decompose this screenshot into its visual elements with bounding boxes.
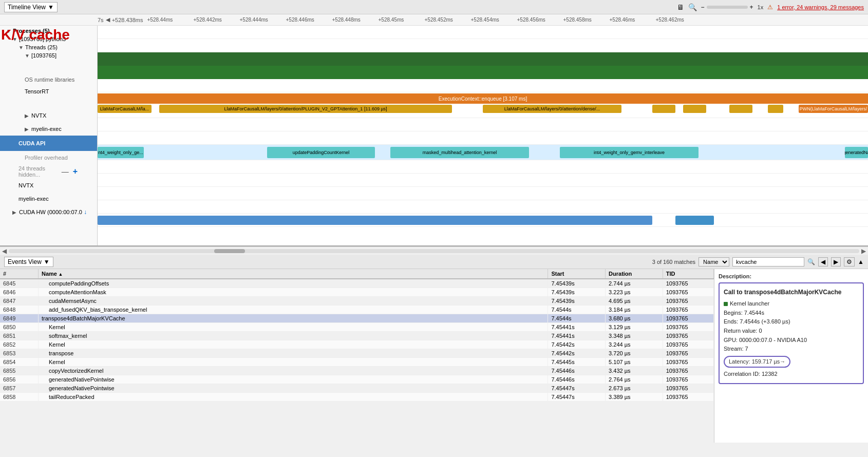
- table-row[interactable]: 6858 tailReducePacked 7.45447s 3.389 µs …: [0, 393, 714, 402]
- execution-context-bar[interactable]: ExecutionContext::enqueue [3.107 ms]: [98, 93, 868, 104]
- main-area: K/V cache ▼ Processes (5) ▼ [1093765] py…: [0, 26, 868, 443]
- tree-item-tensorrt[interactable]: TensorRT: [0, 86, 97, 109]
- tree-item-processes[interactable]: ▼ Processes (5): [0, 27, 97, 35]
- table-row[interactable]: 6851 softmax_kernel 7.45441s 3.348 µs 10…: [0, 332, 714, 340]
- tree-item-profiler-overhead[interactable]: Profiler overhead: [0, 151, 97, 164]
- filter-dropdown[interactable]: Name: [699, 257, 729, 266]
- tree-item-thread[interactable]: ▼ [1093765]: [0, 51, 97, 60]
- col-header-tid[interactable]: TID: [663, 269, 713, 279]
- cell-tid: 1093765: [663, 367, 713, 375]
- table-row[interactable]: 6845 computePaddingOffsets 7.45439s 2.74…: [0, 279, 714, 288]
- cuda-hw-bar[interactable]: [98, 216, 652, 225]
- zoom-out-icon[interactable]: −: [701, 4, 705, 11]
- llama-bar2[interactable]: LlaMaForCausalLM/layers/0/attention/PLUG…: [159, 105, 452, 113]
- table-row[interactable]: 6857 generatedNativePointwise 7.45447s 2…: [0, 384, 714, 393]
- cell-start: 7.4544s: [548, 314, 606, 323]
- desc-kernel-launcher: Kernel launcher: [724, 299, 859, 309]
- prev-match-button[interactable]: ◀: [818, 257, 828, 266]
- scroll-left-arrow[interactable]: ◀: [2, 247, 7, 255]
- desc-call-title: Call to transpose4dBatchMajorKVCache: [724, 288, 859, 297]
- next-match-button[interactable]: ▶: [831, 257, 841, 266]
- table-row[interactable]: 6846 computeAttentionMask 7.45439s 3.223…: [0, 288, 714, 297]
- settings-button[interactable]: ⚙: [844, 257, 855, 266]
- search-input[interactable]: [732, 257, 804, 266]
- events-view-selector[interactable]: Events View ▼: [4, 257, 53, 267]
- cell-duration: 3.184 µs: [606, 306, 663, 314]
- llama-bar3[interactable]: LlaMaForCausalLM/layers/0/attention/dens…: [483, 105, 621, 113]
- zoom-bar[interactable]: [707, 6, 748, 9]
- table-row[interactable]: 6853 transpose 7.45442s 3.720 µs 1093765: [0, 349, 714, 358]
- events-table: # Name Start Duration TID 6845 computePa…: [0, 269, 714, 443]
- scroll-thumb[interactable]: [214, 249, 245, 253]
- llama-bar1[interactable]: LlaMaForCausalLM/la...: [98, 105, 152, 113]
- cell-start: 7.45439s: [548, 279, 606, 288]
- col-header-duration[interactable]: Duration: [606, 269, 663, 279]
- cell-duration: 3.129 µs: [606, 323, 663, 332]
- tree-item-threads[interactable]: ▼ Threads (25): [0, 43, 97, 51]
- cell-start: 7.45441s: [548, 323, 606, 332]
- cell-duration: 3.348 µs: [606, 332, 663, 340]
- hide-threads-button[interactable]: —: [61, 167, 70, 176]
- cuda-bar4[interactable]: int4_weight_only_gemv_interleave: [560, 147, 699, 158]
- col-header-name[interactable]: Name: [38, 269, 548, 279]
- desc-kernel-launcher-label: Kernel launcher: [730, 299, 769, 309]
- toolbar-right: 🖥 🔍 − + 1x ⚠ 1 error, 24 warnings, 29 me…: [677, 3, 864, 11]
- llama-bar-small1[interactable]: [652, 105, 675, 113]
- processes-label: Processes (5): [13, 28, 50, 34]
- table-row[interactable]: 6849 transpose4dBatchMajorKVCache 7.4544…: [0, 314, 714, 323]
- error-message[interactable]: 1 error, 24 warnings, 29 messages: [777, 4, 864, 10]
- expand-icon: ▼: [18, 45, 24, 50]
- llama-bar-small4[interactable]: [768, 105, 783, 113]
- tree-item-nvtx[interactable]: ▶ NVTX: [0, 109, 97, 122]
- execution-context-label: ExecutionContext::enqueue [3.107 ms]: [439, 96, 527, 102]
- scroll-right-arrow[interactable]: ▶: [861, 247, 866, 255]
- cuda-hw-bar2[interactable]: [675, 216, 714, 225]
- ruler-tick: +528.444ms: [239, 17, 286, 23]
- cuda-bar5[interactable]: generatedNa: [845, 147, 868, 158]
- tree-item-os-runtime[interactable]: OS runtime libraries: [0, 73, 97, 86]
- tree-item-cuda-hw[interactable]: ▶ CUDA HW (0000:00:07.0 ↓: [0, 205, 97, 219]
- timeline-view-selector[interactable]: Timeline View ▼: [4, 2, 58, 12]
- desc-begins: Begins: 7.4544s: [724, 309, 859, 318]
- os-runtime-label: OS runtime libraries: [25, 77, 74, 83]
- llama-bar-small3[interactable]: [729, 105, 752, 113]
- cell-duration: 2.744 µs: [606, 279, 663, 288]
- search-icon[interactable]: 🔍: [688, 3, 697, 11]
- timeline-scrollbar[interactable]: ◀ ▶: [0, 246, 868, 255]
- cell-num: 6847: [0, 297, 38, 306]
- table-row[interactable]: 6847 cudaMemsetAsync 7.45439s 4.695 µs 1…: [0, 297, 714, 306]
- description-panel: Description: Call to transpose4dBatchMaj…: [714, 269, 868, 443]
- table-row[interactable]: 6854 Kernel 7.45445s 5.107 µs 1093765: [0, 358, 714, 367]
- zoom-in-icon[interactable]: +: [750, 4, 753, 11]
- cuda-bar1[interactable]: nt4_weight_only_ge...: [98, 147, 144, 158]
- llama-bar-small2[interactable]: [683, 105, 706, 113]
- tree-item-myelin-exec2[interactable]: myelin-exec: [0, 192, 97, 205]
- zoom-controls: − +: [701, 4, 753, 11]
- nvtx-label2: NVTX: [18, 182, 33, 188]
- latency-badge[interactable]: Latency: 159.717 µs→: [724, 356, 790, 368]
- tree-item-myelin-exec[interactable]: ▶ myelin-exec: [0, 122, 97, 136]
- show-threads-button[interactable]: +: [72, 167, 79, 176]
- toolbar-left: Timeline View ▼: [4, 2, 58, 12]
- table-row[interactable]: 6856 generatedNativePointwise 7.45446s 2…: [0, 375, 714, 384]
- pwn-bar[interactable]: PWN(LlaMaForCausalLM/layers/: [799, 105, 868, 113]
- table-row[interactable]: 6855 copyVectorizedKernel 7.45446s 3.432…: [0, 367, 714, 375]
- cuda-bar3[interactable]: masked_multihead_attention_kernel: [390, 147, 529, 158]
- profiler-overhead-label: Profiler overhead: [25, 155, 68, 161]
- description-box: Call to transpose4dBatchMajorKVCache Ker…: [719, 282, 864, 384]
- tree-item-cuda-api[interactable]: CUDA API: [0, 136, 97, 151]
- threads-label: Threads (25): [25, 44, 58, 50]
- scroll-track: [9, 249, 859, 253]
- table-row[interactable]: 6852 Kernel 7.45442s 3.244 µs 1093765: [0, 340, 714, 349]
- tree-item-process[interactable]: ▼ [1093765] python3: [0, 35, 97, 43]
- col-header-num[interactable]: #: [0, 269, 38, 279]
- tree-item-nvtx2[interactable]: NVTX: [0, 179, 97, 192]
- left-panel: K/V cache ▼ Processes (5) ▼ [1093765] py…: [0, 26, 98, 245]
- table-row[interactable]: 6850 Kernel 7.45441s 3.129 µs 1093765: [0, 323, 714, 332]
- col-header-start[interactable]: Start: [548, 269, 606, 279]
- table-row[interactable]: 6848 add_fusedQKV_bias_transpose_kernel …: [0, 306, 714, 314]
- myelin-exec-label: myelin-exec: [31, 126, 62, 132]
- search-icon: 🔍: [807, 258, 815, 265]
- down-arrow-icon: ↓: [84, 208, 87, 216]
- cuda-bar2[interactable]: updatePaddingCountKernel: [267, 147, 375, 158]
